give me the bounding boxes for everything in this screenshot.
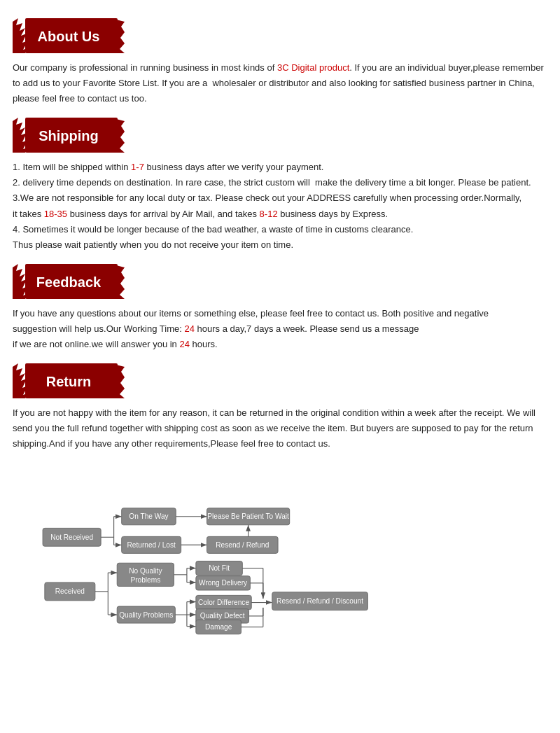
feedback-body: If you have any questions about our item… — [13, 306, 547, 352]
resend-refund-label: Resend / Refund — [216, 541, 269, 549]
not-fit-label: Not Fit — [209, 565, 230, 573]
hours-24-2: 24 — [179, 339, 189, 349]
shipping-banner: Shipping — [13, 118, 125, 153]
no-quality-label-1: No Quality — [129, 567, 162, 575]
about-us-header: About Us — [13, 18, 547, 53]
svg-text:About Us: About Us — [38, 29, 100, 44]
on-the-way-label: On The Way — [129, 513, 169, 521]
shipping-item-5: Thus please wait patiently when you do n… — [13, 237, 547, 253]
quality-problems-label: Quality Problems — [119, 611, 173, 619]
please-patient-label: Please Be Patient To Wait — [207, 513, 289, 521]
svg-text:Feedback: Feedback — [36, 274, 102, 290]
shipping-item-2: 2. delivery time depends on destination.… — [13, 175, 547, 190]
shipping-item-4: 4. Sometimes it would be longer because … — [13, 222, 547, 237]
resend-refund-discount-label: Resend / Refund / Discount — [276, 598, 363, 606]
return-header: Return — [13, 363, 547, 398]
about-highlight: 3C Digital product — [277, 62, 349, 73]
svg-marker-14 — [111, 363, 125, 398]
shipping-item-1: 1. Item will be shipped within 1-7 busin… — [13, 160, 547, 175]
wrong-delivery-label: Wrong Delivery — [199, 580, 248, 587]
svg-text:Return: Return — [46, 374, 91, 389]
feedback-text-2: suggestion will help us.Our Working Time… — [13, 321, 547, 337]
feedback-text-3: if we are not online.we will answer you … — [13, 337, 547, 352]
flowchart: Not Received On The Way Returned / Lost … — [13, 473, 545, 641]
about-us-text: Our company is professional in running b… — [13, 60, 547, 106]
damage-label: Damage — [205, 624, 232, 631]
hours-24-1: 24 — [184, 323, 194, 334]
return-text: If you are not happy with the item for a… — [13, 405, 547, 452]
feedback-header: Feedback — [13, 264, 547, 299]
svg-marker-10 — [111, 264, 125, 299]
quality-defect-label: Quality Defect — [200, 613, 245, 620]
svg-text:Shipping: Shipping — [38, 128, 99, 144]
not-received-label: Not Received — [50, 533, 93, 541]
svg-marker-6 — [111, 118, 125, 153]
color-diff-label: Color Difference — [198, 599, 249, 606]
received-label: Received — [55, 588, 85, 596]
returned-lost-label: Returned / Lost — [127, 541, 176, 549]
about-us-body: Our company is professional in running b… — [13, 60, 547, 106]
feedback-text-1: If you have any questions about our item… — [13, 306, 547, 321]
shipping-item-3: 3.We are not responsible for any local d… — [13, 190, 547, 221]
shipping-header: Shipping — [13, 118, 547, 153]
return-banner: Return — [13, 363, 125, 398]
feedback-banner: Feedback — [13, 264, 125, 299]
days-1-7: 1-7 — [131, 162, 144, 172]
days-8-12: 8-12 — [260, 209, 278, 219]
svg-marker-2 — [111, 18, 125, 53]
about-us-banner: About Us — [13, 18, 125, 53]
page-content: About Us Our company is professional in … — [0, 0, 560, 662]
no-quality-label-2: Problems — [130, 576, 160, 584]
return-body: If you are not happy with the item for a… — [13, 405, 547, 452]
days-18-35: 18-35 — [44, 209, 67, 219]
shipping-body: 1. Item will be shipped within 1-7 busin… — [13, 160, 547, 253]
